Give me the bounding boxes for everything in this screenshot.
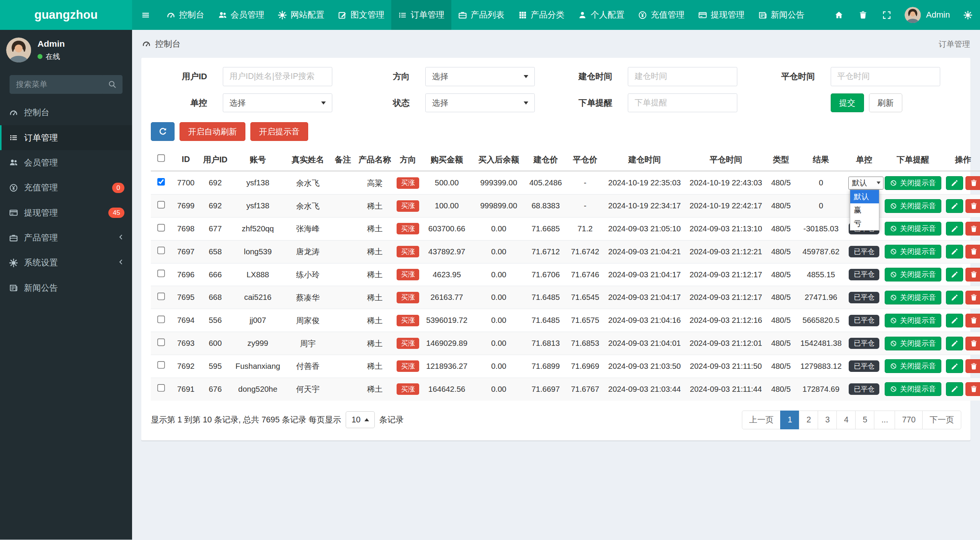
topnav-item-briefcase[interactable]: 产品列表 <box>451 0 511 30</box>
home-button[interactable] <box>827 0 851 30</box>
edit-button[interactable] <box>946 245 963 259</box>
page-number-button[interactable]: 2 <box>799 411 818 429</box>
column-header[interactable]: 结果 <box>795 149 847 171</box>
trash-button[interactable] <box>851 0 875 30</box>
row-checkbox[interactable] <box>157 178 165 186</box>
column-header[interactable]: 单控 <box>847 149 882 171</box>
filter-input[interactable] <box>628 93 737 112</box>
column-header[interactable]: 方向 <box>395 149 421 171</box>
topnav-item-dashboard[interactable]: 控制台 <box>160 0 211 30</box>
edit-button[interactable] <box>946 382 963 396</box>
filter-input[interactable] <box>628 67 737 86</box>
sound-off-button[interactable]: 关闭提示音 <box>885 222 941 236</box>
delete-button[interactable] <box>965 359 980 373</box>
filter-input[interactable] <box>831 67 940 86</box>
dropdown-option[interactable]: 亏 <box>850 217 879 230</box>
delete-button[interactable] <box>965 199 980 213</box>
column-header[interactable]: 操作 <box>944 149 980 171</box>
sidebar-item-recharge[interactable]: 充值管理0 <box>0 175 132 200</box>
page-number-button[interactable]: 770 <box>895 411 923 429</box>
delete-button[interactable] <box>965 222 980 236</box>
sidebar-item-gear[interactable]: 系统设置 <box>0 250 132 275</box>
page-number-button[interactable]: 1 <box>780 411 800 429</box>
page-number-button[interactable]: 3 <box>818 411 837 429</box>
column-header[interactable]: 类型 <box>766 149 795 171</box>
next-page-button[interactable]: 下一页 <box>922 411 961 429</box>
topnav-item-news[interactable]: 新闻公告 <box>751 0 812 30</box>
sound-off-button[interactable]: 关闭提示音 <box>885 268 941 281</box>
filter-input[interactable] <box>223 67 332 86</box>
search-button[interactable] <box>103 75 122 94</box>
topnav-item-list[interactable]: 订单管理 <box>391 0 451 30</box>
sound-off-button[interactable]: 关闭提示音 <box>885 314 941 327</box>
row-checkbox[interactable] <box>157 338 165 346</box>
sound-off-button[interactable]: 关闭提示音 <box>885 337 941 350</box>
edit-button[interactable] <box>946 199 963 213</box>
brand-logo[interactable]: guangzhou <box>0 0 132 30</box>
row-checkbox[interactable] <box>157 361 165 369</box>
column-header[interactable]: 用户ID <box>199 149 231 171</box>
edit-button[interactable] <box>946 337 963 350</box>
sound-toggle-button[interactable]: 开启提示音 <box>250 122 308 141</box>
topnav-item-withdraw[interactable]: 提现管理 <box>691 0 751 30</box>
sidebar-item-news[interactable]: 新闻公告 <box>0 275 132 300</box>
page-number-button[interactable]: 4 <box>836 411 856 429</box>
sound-off-button[interactable]: 关闭提示音 <box>885 245 941 259</box>
refresh-table-button[interactable] <box>151 122 175 141</box>
sidebar-item-briefcase[interactable]: 产品管理 <box>0 225 132 250</box>
delete-button[interactable] <box>965 176 980 190</box>
dropdown-option[interactable]: 默认 <box>850 190 879 203</box>
sidebar-item-users[interactable]: 会员管理 <box>0 150 132 175</box>
sidebar-item-list[interactable]: 订单管理 <box>0 125 132 150</box>
column-header[interactable]: 账号 <box>231 149 285 171</box>
select-all-checkbox[interactable] <box>157 154 165 162</box>
edit-button[interactable] <box>946 268 963 281</box>
edit-button[interactable] <box>946 222 963 236</box>
filter-select[interactable]: 选择 <box>425 67 535 86</box>
submit-button[interactable]: 提交 <box>831 93 864 112</box>
user-menu[interactable]: Admin <box>898 0 956 30</box>
delete-button[interactable] <box>965 314 980 327</box>
column-header[interactable]: 真实姓名 <box>285 149 331 171</box>
column-header[interactable]: 建仓时间 <box>604 149 685 171</box>
topnav-item-user[interactable]: 个人配置 <box>571 0 631 30</box>
sidebar-toggle[interactable] <box>132 0 160 30</box>
topnav-item-gear[interactable]: 网站配置 <box>271 0 331 30</box>
refresh-filter-button[interactable]: 刷新 <box>869 93 902 112</box>
row-checkbox[interactable] <box>157 293 165 301</box>
filter-select[interactable]: 选择 <box>425 93 535 112</box>
column-header[interactable]: ID <box>172 149 200 171</box>
sound-off-button[interactable]: 关闭提示音 <box>885 382 941 396</box>
edit-button[interactable] <box>946 314 963 327</box>
prev-page-button[interactable]: 上一页 <box>742 411 781 429</box>
filter-select[interactable]: 选择 <box>223 93 332 112</box>
column-header[interactable]: 平仓价 <box>566 149 604 171</box>
edit-button[interactable] <box>946 176 963 190</box>
page-size-select[interactable]: 10 <box>346 411 375 428</box>
topnav-item-edit[interactable]: 图文管理 <box>331 0 391 30</box>
delete-button[interactable] <box>965 245 980 259</box>
row-checkbox[interactable] <box>157 247 165 255</box>
column-header[interactable]: 备注 <box>331 149 355 171</box>
delete-button[interactable] <box>965 268 980 281</box>
fullscreen-button[interactable] <box>875 0 898 30</box>
column-header[interactable]: 建仓价 <box>525 149 566 171</box>
delete-button[interactable] <box>965 291 980 304</box>
delete-button[interactable] <box>965 337 980 350</box>
sidebar-item-dashboard[interactable]: 控制台 <box>0 100 132 125</box>
search-input[interactable] <box>10 75 103 94</box>
sound-off-button[interactable]: 关闭提示音 <box>885 176 941 190</box>
delete-button[interactable] <box>965 382 980 396</box>
edit-button[interactable] <box>946 291 963 304</box>
topnav-item-users[interactable]: 会员管理 <box>211 0 271 30</box>
row-checkbox[interactable] <box>157 201 165 209</box>
dropdown-option[interactable]: 赢 <box>850 203 879 217</box>
sound-off-button[interactable]: 关闭提示音 <box>885 291 941 304</box>
topnav-item-recharge[interactable]: 充值管理 <box>631 0 691 30</box>
sound-off-button[interactable]: 关闭提示音 <box>885 199 941 213</box>
column-header[interactable]: 产品名称 <box>355 149 395 171</box>
row-checkbox[interactable] <box>157 384 165 392</box>
page-number-button[interactable]: 5 <box>855 411 875 429</box>
row-checkbox[interactable] <box>157 316 165 324</box>
row-checkbox[interactable] <box>157 224 165 232</box>
